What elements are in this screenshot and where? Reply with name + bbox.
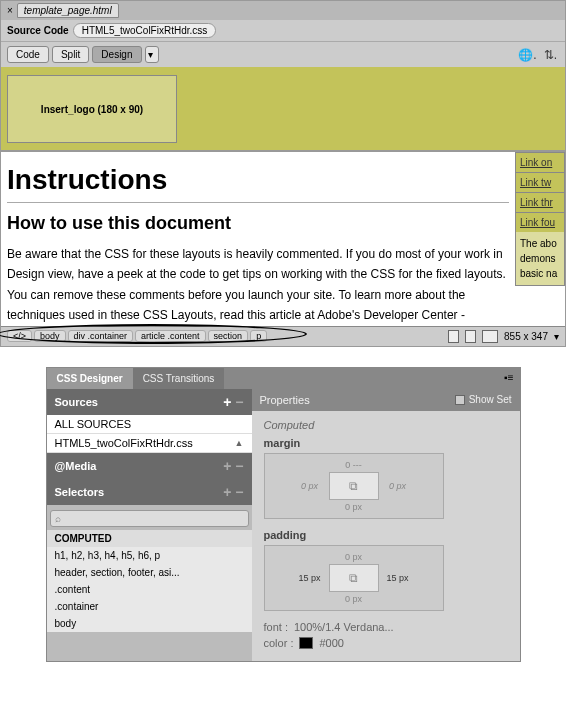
- padding-top-value[interactable]: 0 px: [269, 550, 439, 564]
- checkbox-icon[interactable]: [455, 395, 465, 405]
- computed-row[interactable]: COMPUTED: [47, 530, 252, 547]
- sidebar-link[interactable]: Link thr: [515, 192, 565, 212]
- editor-window: × template_page.html Source Code HTML5_t…: [0, 0, 566, 347]
- sidebar-link[interactable]: Link fou: [515, 212, 565, 232]
- device-icon[interactable]: [448, 330, 459, 343]
- related-files-bar: Source Code HTML5_twoColFixRtHdr.css: [1, 20, 565, 41]
- remove-media-icon[interactable]: −: [235, 458, 243, 474]
- code-view-button[interactable]: Code: [7, 46, 49, 63]
- margin-top-value[interactable]: 0 ---: [269, 458, 439, 472]
- margin-right-value[interactable]: 0 px: [379, 481, 417, 491]
- selector-row[interactable]: h1, h2, h3, h4, h5, h6, p: [47, 547, 252, 564]
- sources-header: Sources + −: [47, 389, 252, 415]
- margin-bottom-value[interactable]: 0 px: [269, 500, 439, 514]
- tag-crumb[interactable]: div .container: [68, 330, 134, 342]
- remove-source-icon[interactable]: −: [235, 394, 243, 410]
- tag-code-icon[interactable]: </>: [7, 330, 32, 342]
- font-value[interactable]: 100%/1.4 Verdana...: [294, 621, 394, 633]
- selectors-label: Selectors: [55, 486, 105, 498]
- search-input[interactable]: [50, 510, 249, 527]
- show-set-toggle[interactable]: Show Set: [455, 394, 512, 405]
- design-dropdown-icon[interactable]: ▾: [145, 46, 159, 63]
- selector-search: [47, 505, 252, 530]
- source-row[interactable]: ALL SOURCES: [47, 415, 252, 434]
- padding-box-model[interactable]: 0 px 15 px ⧉ 15 px 0 px: [264, 545, 444, 611]
- color-value[interactable]: #000: [319, 637, 343, 649]
- view-mode-bar: Code Split Design ▾ 🌐. ⇅.: [1, 41, 565, 67]
- selector-row[interactable]: body: [47, 615, 252, 632]
- page-header-banner: Insert_logo (180 x 90): [1, 67, 565, 152]
- design-canvas: Insert_logo (180 x 90) Instructions How …: [1, 67, 565, 326]
- title-bar: × template_page.html: [1, 1, 565, 20]
- add-selector-icon[interactable]: +: [223, 484, 231, 500]
- properties-column: Properties Show Set Computed margin 0 --…: [252, 389, 520, 661]
- document-tab[interactable]: template_page.html: [17, 3, 119, 18]
- add-source-icon[interactable]: +: [223, 394, 231, 410]
- panel-menu-icon[interactable]: ▪≡: [498, 368, 519, 389]
- design-view-button[interactable]: Design: [92, 46, 141, 63]
- selector-row[interactable]: header, section, footer, asi...: [47, 564, 252, 581]
- remove-selector-icon[interactable]: −: [235, 484, 243, 500]
- color-label: color :: [264, 637, 294, 649]
- color-swatch[interactable]: [299, 637, 313, 649]
- margin-label: margin: [264, 437, 508, 449]
- properties-label: Properties: [260, 394, 310, 406]
- chevron-down-icon[interactable]: ▾: [554, 331, 559, 342]
- logo-placeholder[interactable]: Insert_logo (180 x 90): [7, 75, 177, 143]
- device-icon[interactable]: [465, 330, 476, 343]
- properties-header: Properties Show Set: [252, 389, 520, 411]
- media-label: @Media: [55, 460, 97, 472]
- close-icon[interactable]: ×: [7, 5, 13, 16]
- sidebar-link[interactable]: Link tw: [515, 172, 565, 192]
- sidebar-text: The abo demons basic na: [515, 232, 565, 286]
- add-media-icon[interactable]: +: [223, 458, 231, 474]
- link-icon[interactable]: ⧉: [349, 479, 358, 493]
- download-icon[interactable]: ⇅.: [542, 48, 559, 62]
- tag-crumb[interactable]: article .content: [135, 330, 206, 342]
- panel-tabs: CSS Designer CSS Transitions ▪≡: [47, 368, 520, 389]
- window-size-label[interactable]: 855 x 347: [504, 331, 548, 342]
- sources-label: Sources: [55, 396, 98, 408]
- css-designer-panel: CSS Designer CSS Transitions ▪≡ Sources …: [46, 367, 521, 662]
- padding-bottom-value[interactable]: 0 px: [269, 592, 439, 606]
- selectors-list: COMPUTED h1, h2, h3, h4, h5, h6, p heade…: [47, 530, 252, 632]
- tag-crumb[interactable]: body: [34, 330, 66, 342]
- heading-2: How to use this document: [7, 213, 509, 234]
- tab-css-designer[interactable]: CSS Designer: [47, 368, 133, 389]
- link-icon[interactable]: ⧉: [349, 571, 358, 585]
- related-file-pill[interactable]: HTML5_twoColFixRtHdr.css: [73, 23, 217, 38]
- sidebar-link[interactable]: Link on: [515, 152, 565, 172]
- split-view-button[interactable]: Split: [52, 46, 89, 63]
- tag-selector-bar: </> body div .container article .content…: [1, 326, 565, 346]
- margin-left-value[interactable]: 0 px: [291, 481, 329, 491]
- media-header[interactable]: @Media + −: [47, 453, 252, 479]
- font-label: font :: [264, 621, 288, 633]
- source-row[interactable]: HTML5_twoColFixRtHdr.css▲: [47, 434, 252, 453]
- right-sidebar: Link on Link tw Link thr Link fou The ab…: [515, 152, 565, 326]
- body-paragraph: Be aware that the CSS for these layouts …: [7, 244, 509, 326]
- selectors-header: Selectors + −: [47, 479, 252, 505]
- device-icon[interactable]: [482, 330, 498, 343]
- margin-box-model[interactable]: 0 --- 0 px ⧉ 0 px 0 px: [264, 453, 444, 519]
- color-property-row[interactable]: color : #000: [264, 637, 508, 649]
- padding-right-value[interactable]: 15 px: [379, 573, 417, 583]
- main-content[interactable]: Instructions How to use this document Be…: [1, 152, 515, 326]
- tag-crumb[interactable]: section: [208, 330, 249, 342]
- divider: [7, 202, 509, 203]
- panel-left-column: Sources + − ALL SOURCES HTML5_twoColFixR…: [47, 389, 252, 661]
- scroll-up-icon[interactable]: ▲: [235, 438, 244, 448]
- font-property-row[interactable]: font : 100%/1.4 Verdana...: [264, 621, 508, 633]
- selector-row[interactable]: .content: [47, 581, 252, 598]
- selector-row[interactable]: .container: [47, 598, 252, 615]
- sources-list: ALL SOURCES HTML5_twoColFixRtHdr.css▲: [47, 415, 252, 453]
- globe-icon[interactable]: 🌐.: [516, 48, 538, 62]
- padding-left-value[interactable]: 15 px: [291, 573, 329, 583]
- tag-crumb[interactable]: p: [250, 330, 267, 342]
- computed-category: Computed: [264, 419, 508, 431]
- padding-label: padding: [264, 529, 508, 541]
- source-code-button[interactable]: Source Code: [7, 25, 69, 36]
- heading-1: Instructions: [7, 164, 509, 196]
- tab-css-transitions[interactable]: CSS Transitions: [133, 368, 225, 389]
